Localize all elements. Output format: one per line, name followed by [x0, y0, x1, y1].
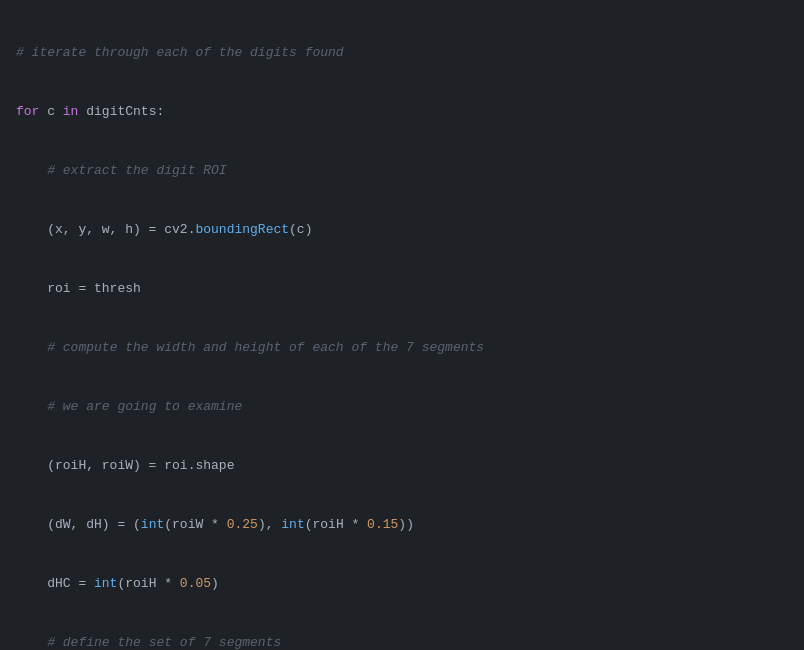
line-2: for c in digitCnts: — [0, 102, 804, 122]
line-5: roi = thresh — [0, 279, 804, 299]
line-6: # compute the width and height of each o… — [0, 338, 804, 358]
line-4: (x, y, w, h) = cv2.boundingRect(c) — [0, 220, 804, 240]
line-10: dHC = int(roiH * 0.05) — [0, 574, 804, 594]
line-11: # define the set of 7 segments — [0, 633, 804, 650]
line-8: (roiH, roiW) = roi.shape — [0, 456, 804, 476]
line-7: # we are going to examine — [0, 397, 804, 417]
line-1: # iterate through each of the digits fou… — [0, 43, 804, 63]
code-editor: # iterate through each of the digits fou… — [0, 0, 804, 650]
line-3: # extract the digit ROI — [0, 161, 804, 181]
line-9: (dW, dH) = (int(roiW * 0.25), int(roiH *… — [0, 515, 804, 535]
